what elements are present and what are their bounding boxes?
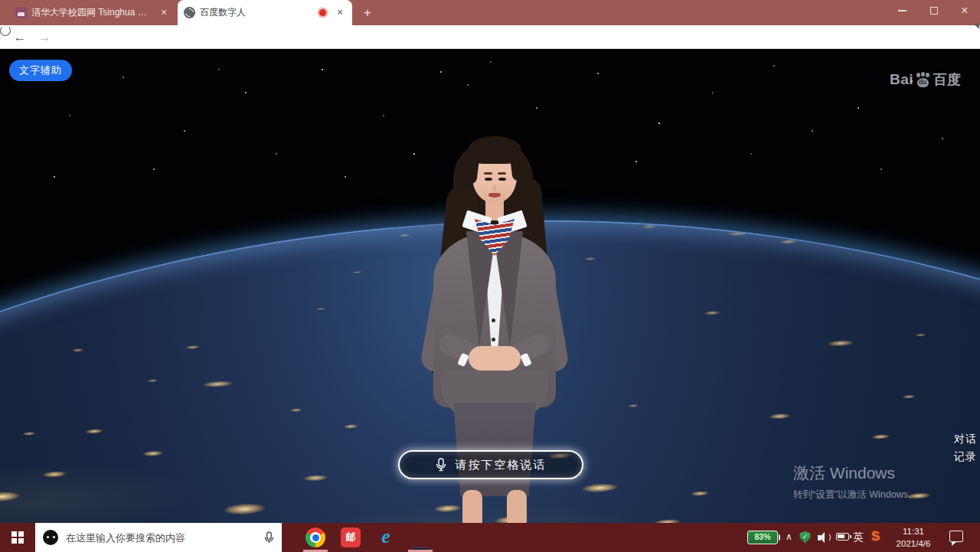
star	[773, 65, 775, 67]
city-light	[626, 403, 640, 408]
search-input[interactable]	[66, 532, 264, 544]
clock-date: 2021/4/6	[888, 537, 939, 550]
push-to-talk-button[interactable]: 请按下空格说话	[398, 450, 583, 479]
city-light	[577, 482, 623, 495]
city-light	[184, 345, 202, 350]
search-mic-icon[interactable]	[264, 531, 274, 544]
star	[322, 69, 323, 70]
windows-taskbar: 邮 e 83% ∧ ✓ 英 S 11:31 2021/4/6	[0, 523, 980, 552]
tab-close-icon[interactable]: ×	[158, 7, 170, 19]
baidu-logo-du: du	[914, 78, 931, 86]
star	[413, 153, 415, 155]
city-light	[145, 378, 159, 383]
recording-dot-icon	[319, 9, 326, 16]
search-assistant-icon	[43, 530, 58, 545]
tab-digitalhuman[interactable]: 百度数字人 ×	[178, 0, 352, 25]
city-light	[198, 379, 237, 389]
star	[276, 153, 277, 155]
language-indicator[interactable]: 英	[853, 531, 864, 544]
start-button[interactable]	[0, 523, 35, 552]
baidu-paw-icon: du	[914, 71, 931, 88]
action-center-icon[interactable]	[949, 531, 963, 542]
city-light	[766, 412, 793, 420]
back-icon[interactable]: ←	[11, 28, 29, 47]
baidu-logo-cn: 百度	[933, 70, 961, 89]
star	[184, 130, 185, 132]
city-light	[289, 407, 304, 413]
star	[880, 168, 882, 170]
nose	[493, 185, 496, 191]
city-light	[83, 428, 106, 436]
city-light	[70, 348, 86, 353]
tray-chevron-icon[interactable]: ∧	[786, 531, 792, 542]
defender-shield-icon[interactable]: ✓	[799, 531, 811, 544]
city-light	[341, 423, 360, 429]
star	[153, 168, 155, 170]
star	[122, 77, 124, 78]
tab-title: 百度数字人	[200, 6, 312, 19]
hair	[465, 146, 481, 184]
star	[597, 73, 599, 74]
star	[383, 115, 384, 116]
text-assist-button[interactable]: 文字辅助	[9, 60, 72, 81]
star	[942, 138, 943, 139]
battery-widget[interactable]: 83%	[747, 531, 778, 544]
city-light	[824, 338, 858, 348]
browser-titlebar: 清华大学校园网 Tsinghua Univ × 百度数字人 × + ×	[0, 0, 980, 25]
refresh-icon[interactable]	[0, 25, 11, 36]
speaker-icon[interactable]	[818, 532, 831, 543]
star	[54, 176, 55, 178]
windows-logo-icon	[11, 531, 24, 544]
city-light	[702, 309, 722, 316]
eyebrow	[498, 172, 506, 175]
chrome-app-icon[interactable]	[305, 528, 325, 547]
baidu-logo: Bai du 百度	[890, 70, 961, 89]
tab-title: 清华大学校园网 Tsinghua Univ	[31, 6, 153, 19]
push-to-talk-label: 请按下空格说话	[456, 458, 547, 472]
window-close-button[interactable]: ×	[949, 0, 980, 21]
city-light	[537, 316, 550, 321]
star	[345, 176, 346, 178]
star	[218, 69, 220, 70]
mail-app-icon[interactable]: 邮	[341, 528, 361, 547]
microphone-icon	[436, 458, 446, 472]
city-light	[0, 445, 234, 523]
city-light	[724, 230, 752, 237]
hair	[468, 136, 521, 164]
new-tab-button[interactable]: +	[360, 5, 375, 21]
dialog-button[interactable]: 对话	[954, 433, 977, 446]
city-light	[443, 256, 460, 262]
internet-explorer-icon[interactable]: e	[376, 528, 396, 547]
eyebrow	[484, 172, 492, 175]
city-light	[315, 307, 327, 311]
forward-icon[interactable]: →	[35, 28, 54, 47]
taskbar-clock[interactable]: 11:31 2021/4/6	[888, 525, 939, 550]
city-light	[397, 233, 411, 237]
city-light	[777, 238, 800, 245]
city-light	[869, 433, 892, 441]
tab-close-icon[interactable]: ×	[334, 7, 346, 19]
watermark-line2: 转到“设置”以激活 Windows。	[793, 488, 918, 501]
sogou-input-icon[interactable]: S	[871, 529, 880, 544]
window-maximize-button[interactable]	[919, 0, 949, 21]
digital-human-stage: 文字辅助 Bai du 百度 请按下空格说话 对话 记录 激活 Windows …	[0, 49, 980, 523]
baidu-logo-latin: Bai	[890, 71, 913, 88]
neck	[485, 199, 504, 220]
taskbar-search-box[interactable]	[35, 523, 282, 552]
city-light	[179, 477, 721, 523]
eye	[485, 178, 492, 181]
windows-activation-watermark: 激活 Windows 转到“设置”以激活 Windows。	[793, 462, 918, 501]
window-minimize-button[interactable]	[887, 0, 917, 21]
record-button[interactable]: 记录	[954, 450, 977, 464]
browser-toolbar: ← → digitalhuman.baidu.com /cloud/react …	[0, 25, 980, 49]
city-light	[639, 224, 659, 230]
tab-tsinghua[interactable]: 清华大学校园网 Tsinghua Univ ×	[9, 0, 176, 25]
city-light	[351, 270, 363, 274]
city-lights	[0, 157, 980, 293]
watermark-line1: 激活 Windows	[793, 462, 918, 484]
star	[712, 92, 714, 93]
lips	[488, 193, 501, 198]
battery-tray-icon[interactable]	[836, 533, 849, 541]
clock-time: 11:31	[888, 525, 939, 537]
city-light	[900, 394, 917, 400]
